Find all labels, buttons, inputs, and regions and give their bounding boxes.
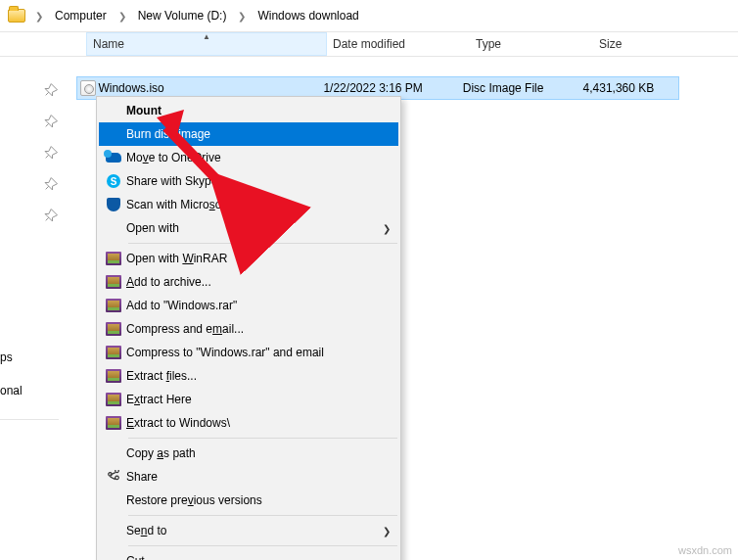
- menu-extract-to[interactable]: Extract to Windows\: [99, 411, 398, 435]
- skype-icon: S: [101, 174, 126, 188]
- file-date: 1/22/2022 3:16 PM: [323, 81, 462, 95]
- share-icon: [101, 470, 126, 484]
- menu-move-to-onedrive[interactable]: Move to OneDrive: [99, 146, 398, 169]
- winrar-icon: [101, 393, 126, 406]
- menu-share-skype[interactable]: SShare with Skype: [99, 169, 398, 193]
- chevron-right-icon: ❯: [383, 526, 391, 537]
- folder-icon: [8, 9, 25, 23]
- breadcrumb-volume[interactable]: New Volume (D:): [136, 6, 229, 25]
- menu-separator: [128, 438, 397, 439]
- file-type: Disc Image File: [463, 81, 583, 95]
- menu-open-winrar[interactable]: Open with WinRAR: [99, 247, 398, 270]
- onedrive-icon: [101, 153, 126, 163]
- menu-mount[interactable]: Mount: [99, 99, 398, 122]
- sidebar-item-label[interactable]: ps: [0, 350, 13, 364]
- sidebar-divider: [0, 419, 59, 420]
- chevron-right-icon[interactable]: ❯: [115, 11, 130, 22]
- address-bar[interactable]: ❯ Computer ❯ New Volume (D:) ❯ Windows d…: [0, 0, 738, 31]
- menu-scan-defender[interactable]: Scan with Microsoft Defender...: [99, 193, 398, 216]
- menu-compress-to-email[interactable]: Compress to "Windows.rar" and email: [99, 341, 398, 364]
- menu-cut[interactable]: Cut: [99, 549, 398, 560]
- column-headers: ▲ Name Date modified Type Size: [0, 31, 738, 57]
- chevron-right-icon[interactable]: ❯: [234, 11, 250, 22]
- breadcrumb-folder[interactable]: Windows download: [255, 6, 360, 25]
- menu-separator: [128, 243, 397, 244]
- winrar-icon: [101, 275, 126, 289]
- disc-image-icon: [77, 80, 98, 96]
- winrar-icon: [101, 369, 126, 383]
- menu-burn-disc-image[interactable]: Burn disc image: [99, 122, 398, 146]
- menu-separator: [128, 515, 397, 516]
- column-size[interactable]: Size: [593, 37, 691, 51]
- pin-icon[interactable]: [40, 207, 60, 226]
- pin-icon[interactable]: [40, 175, 60, 195]
- sort-asc-icon: ▲: [203, 32, 210, 41]
- winrar-icon: [101, 416, 126, 430]
- column-type[interactable]: Type: [470, 37, 593, 51]
- menu-send-to[interactable]: Send to❯: [99, 519, 398, 542]
- address-bar-empty[interactable]: [367, 15, 730, 17]
- menu-extract-here[interactable]: Extract Here: [99, 388, 398, 411]
- menu-extract-files[interactable]: Extract files...: [99, 364, 398, 388]
- column-name-label: Name: [93, 37, 124, 51]
- menu-add-to-windows-rar[interactable]: Add to "Windows.rar": [99, 294, 398, 317]
- sidebar-item-label[interactable]: onal: [0, 384, 23, 397]
- breadcrumb-computer[interactable]: Computer: [53, 6, 109, 25]
- winrar-icon: [101, 299, 126, 312]
- sidebar: ps onal: [0, 57, 69, 448]
- winrar-icon: [101, 322, 126, 336]
- menu-copy-as-path[interactable]: Copy as path: [99, 442, 398, 465]
- menu-add-to-archive[interactable]: Add to archive...: [99, 270, 398, 294]
- column-name[interactable]: ▲ Name: [86, 32, 327, 56]
- winrar-icon: [101, 252, 126, 265]
- pin-icon[interactable]: [40, 113, 60, 132]
- column-date[interactable]: Date modified: [327, 37, 470, 51]
- context-menu: Mount Burn disc image Move to OneDrive S…: [96, 96, 401, 560]
- menu-compress-email[interactable]: Compress and email...: [99, 317, 398, 341]
- file-name: Windows.iso: [98, 81, 323, 95]
- menu-share[interactable]: Share: [99, 465, 398, 489]
- pin-icon[interactable]: [40, 144, 60, 163]
- winrar-icon: [101, 346, 126, 359]
- chevron-right-icon: ❯: [383, 223, 391, 234]
- menu-separator: [128, 545, 397, 546]
- watermark: wsxdn.com: [678, 544, 732, 556]
- menu-open-with[interactable]: Open with❯: [99, 216, 398, 240]
- menu-restore-versions[interactable]: Restore previous versions: [99, 489, 398, 512]
- file-size: 4,431,360 KB: [583, 81, 678, 95]
- shield-icon: [101, 198, 126, 211]
- chevron-right-icon[interactable]: ❯: [31, 11, 47, 22]
- pin-icon[interactable]: [40, 81, 60, 101]
